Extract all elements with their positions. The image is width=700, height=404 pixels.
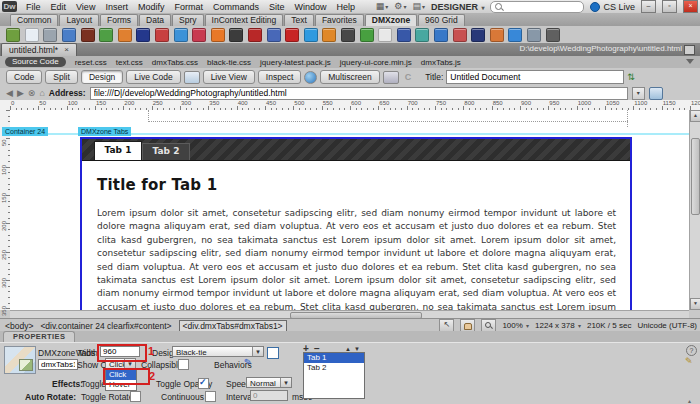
file-management-icons[interactable]: ⇅ (627, 72, 635, 82)
document-tab[interactable]: untitled.html* × (1, 43, 77, 56)
address-dropdown-icon[interactable]: ▾ (632, 87, 645, 100)
dmxzone-tool-icon-29[interactable] (527, 28, 541, 42)
scroll-down-icon[interactable]: ▼ (690, 298, 700, 310)
vertical-scrollbar[interactable]: ▲ ▼ (689, 110, 700, 310)
insert-tab-data[interactable]: Data (139, 14, 171, 26)
panel-collapse-icon[interactable]: ▴ (688, 397, 691, 404)
inspect-button[interactable]: Inspect (258, 70, 301, 84)
menu-site[interactable]: Site (264, 1, 290, 13)
speed-select[interactable]: Normal (246, 377, 292, 388)
dmxzone-tool-icon-26[interactable] (471, 28, 485, 42)
menu-help[interactable]: Help (331, 1, 360, 13)
cs-live-button[interactable]: CS Live (590, 2, 635, 12)
filter-icon[interactable] (686, 59, 694, 64)
menu-format[interactable]: Format (169, 1, 208, 13)
properties-panel-tab[interactable]: PROPERTIES (3, 331, 75, 342)
search-input[interactable] (490, 1, 584, 13)
menu-modify[interactable]: Modify (133, 1, 170, 13)
related-file-dmxtabs-css[interactable]: dmxTabs.css (152, 58, 198, 67)
menu-file[interactable]: File (21, 1, 46, 13)
design-tab-2[interactable]: Tab 2 (142, 143, 190, 160)
vertical-scroll-thumb[interactable] (691, 138, 700, 215)
dmxzone-tool-icon-10[interactable] (174, 28, 188, 42)
related-file-dmxtabs-js[interactable]: dmxTabs.js (421, 58, 461, 67)
menu-commands[interactable]: Commands (208, 1, 264, 13)
dmxzone-tool-icon-27[interactable] (490, 28, 504, 42)
dmxzone-tool-icon-8[interactable] (136, 28, 150, 42)
dmxzone-tool-icon-28[interactable] (508, 28, 522, 42)
widget-element-tag[interactable]: DMXzone Tabs (78, 127, 131, 136)
app-logo[interactable]: Dw (2, 1, 17, 12)
multiscreen-button[interactable]: Multiscreen (320, 70, 379, 84)
zoom-level[interactable]: 100% ▾ (502, 321, 529, 330)
forward-icon[interactable]: ▶ (17, 87, 24, 99)
design-grid-icon[interactable] (267, 347, 279, 359)
address-input[interactable] (90, 87, 628, 100)
title-input[interactable] (446, 70, 624, 84)
insert-tab-incontext-editing[interactable]: InContext Editing (205, 14, 284, 26)
dmxzone-tool-icon-18[interactable] (322, 28, 336, 42)
dmxzone-tool-icon-17[interactable] (304, 28, 318, 42)
workspace-switcher[interactable]: DESIGNER ▾ (431, 2, 485, 12)
dmxzone-tool-icon-9[interactable] (155, 28, 169, 42)
dmxzone-tool-icon-5[interactable] (81, 28, 95, 42)
minimize-button[interactable]: – (641, 0, 656, 13)
related-file-text-css[interactable]: text.css (116, 58, 143, 67)
dmxzone-tool-icon-11[interactable] (192, 28, 206, 42)
refresh-icon[interactable]: C (402, 72, 415, 82)
tag-selector-item-2[interactable]: <div.container 24 clearfix#content> (40, 321, 171, 331)
toggle-opacity-checkbox[interactable] (198, 378, 209, 389)
dmxzone-tool-icon-25[interactable] (453, 28, 467, 42)
related-file-black-tie-css[interactable]: black-tie.css (207, 58, 251, 67)
collapsible-checkbox[interactable] (178, 359, 189, 370)
insert-tab-forms[interactable]: Forms (100, 14, 138, 26)
tag-selector-item-1[interactable]: <body> (5, 321, 33, 331)
continuous-checkbox[interactable] (205, 391, 216, 402)
dmxzone-tool-icon-19[interactable] (341, 28, 355, 42)
related-file-jquery-ui-core-min-js[interactable]: jquery-ui-core.min.js (340, 58, 412, 67)
insert-tab-layout[interactable]: Layout (59, 14, 99, 26)
dmxzone-tool-icon-3[interactable] (43, 28, 57, 42)
dmxzone-tool-icon-14[interactable] (248, 28, 262, 42)
dmxzone-tool-icon-30[interactable] (546, 28, 560, 42)
dmxzone-tool-icon-1[interactable] (6, 28, 20, 42)
check-browser-compat-icon[interactable] (184, 71, 200, 84)
dmxzone-tool-icon-7[interactable] (118, 28, 132, 42)
dmxzone-tool-icon-23[interactable] (415, 28, 429, 42)
tab-list-item-2[interactable]: Tab 2 (304, 363, 364, 373)
design-view[interactable]: Tab 1Tab 2 Title for Tab 1 Lorem ipsum d… (10, 110, 689, 310)
split-view-button[interactable]: Split (45, 70, 78, 84)
dmxzone-tool-icon-13[interactable] (229, 28, 243, 42)
browser-page-icon[interactable] (649, 87, 663, 100)
related-file-reset-css[interactable]: reset.css (75, 58, 107, 67)
interval-input[interactable] (250, 390, 288, 401)
menu-insert[interactable]: Insert (100, 1, 133, 13)
dmxzone-tool-icon-20[interactable] (360, 28, 374, 42)
insert-tab-960-grid[interactable]: 960 Grid (418, 14, 465, 26)
quick-tag-edit-icon[interactable]: ✎ (685, 356, 693, 366)
menu-edit[interactable]: Edit (46, 1, 72, 13)
dmxzone-tool-icon-16[interactable] (285, 28, 299, 42)
tab-list-item-1[interactable]: Tab 1 (304, 353, 364, 363)
related-file-jquery-latest-pack-js[interactable]: jquery-latest.pack.js (260, 58, 331, 67)
window-size[interactable]: 1224 x 378 ▾ (535, 321, 581, 330)
menu-window[interactable]: Window (289, 1, 331, 13)
design-view-button[interactable]: Design (81, 70, 123, 84)
dmxzone-tool-icon-22[interactable] (397, 28, 411, 42)
close-button[interactable]: × (683, 0, 698, 13)
help-icon[interactable]: ? (686, 345, 697, 356)
menu-view[interactable]: View (71, 1, 100, 13)
dmxzone-tabs-widget[interactable]: Tab 1Tab 2 Title for Tab 1 Lorem ipsum d… (80, 137, 632, 310)
live-code-button[interactable]: Live Code (126, 70, 180, 84)
dmxzone-tool-icon-6[interactable] (99, 28, 113, 42)
dmxzone-tool-icon-4[interactable] (62, 28, 76, 42)
tabs-listbox[interactable]: Tab 1Tab 2 (303, 352, 365, 399)
back-icon[interactable]: ◀ (6, 87, 13, 99)
visual-aids-icon[interactable] (383, 71, 399, 84)
behaviors-icon[interactable]: ✎ (243, 356, 253, 368)
related-file-source-code[interactable]: Source Code (5, 57, 66, 67)
dmxzone-tool-icon-2[interactable] (25, 28, 39, 42)
widget-id-input[interactable] (38, 359, 78, 370)
design-tab-1[interactable]: Tab 1 (94, 141, 142, 160)
site-icon[interactable]: ▤▾ (412, 1, 425, 13)
